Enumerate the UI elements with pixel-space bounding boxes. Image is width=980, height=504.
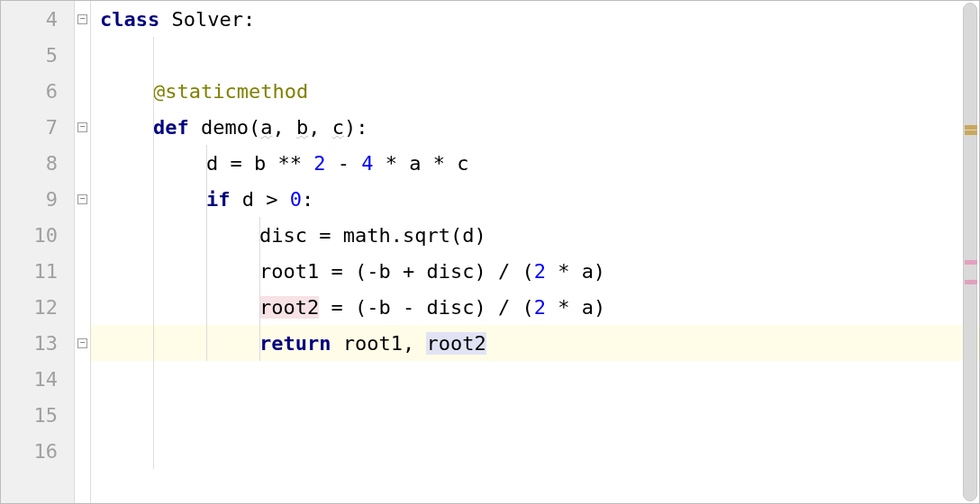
highlight-marker[interactable] — [965, 280, 977, 284]
code-token: Solver: — [171, 8, 255, 31]
code-line[interactable] — [91, 37, 979, 73]
code-token: = (-b - disc) / ( — [319, 296, 533, 319]
fold-cell — [75, 289, 90, 325]
code-token: , — [272, 116, 296, 139]
code-token: c — [332, 116, 344, 139]
fold-cell — [75, 433, 90, 469]
fold-cell — [75, 325, 90, 361]
fold-open-icon[interactable] — [77, 122, 87, 132]
line-number: 5 — [1, 37, 74, 73]
line-number: 10 — [1, 217, 74, 253]
code-token: def — [153, 116, 201, 139]
code-token: disc = math.sqrt(d) — [259, 224, 486, 247]
code-token: if — [206, 188, 242, 211]
fold-cell — [75, 397, 90, 433]
warning-marker[interactable] — [965, 125, 977, 130]
line-number: 13 — [1, 325, 74, 361]
line-number: 15 — [1, 397, 74, 433]
line-number: 8 — [1, 145, 74, 181]
code-token: class — [100, 8, 171, 31]
code-token: - — [325, 152, 361, 175]
code-token: 4 — [361, 152, 373, 175]
code-editor: 45678910111213141516 class Solver:@stati… — [1, 1, 979, 503]
code-token: root2 — [426, 332, 485, 355]
scrollbar-track[interactable] — [963, 3, 977, 501]
code-token: root1, — [343, 332, 427, 355]
code-token: a — [260, 116, 272, 139]
code-token: d > — [242, 188, 290, 211]
code-line[interactable]: class Solver: — [91, 1, 979, 37]
code-token: , — [308, 116, 332, 139]
code-line[interactable] — [91, 433, 979, 469]
code-token: d = b ** — [206, 152, 313, 175]
fold-cell — [75, 73, 90, 109]
code-token: : — [302, 188, 313, 211]
code-token: demo — [201, 116, 249, 139]
fold-strip — [75, 1, 91, 503]
code-token: b — [296, 116, 308, 139]
line-number: 12 — [1, 289, 74, 325]
line-number: 4 — [1, 1, 74, 37]
fold-cell — [75, 109, 90, 145]
code-line[interactable]: d = b ** 2 - 4 * a * c — [91, 145, 979, 181]
code-token: 2 — [313, 152, 325, 175]
highlight-marker[interactable] — [965, 260, 977, 265]
code-line[interactable] — [91, 361, 979, 397]
code-line[interactable]: disc = math.sqrt(d) — [91, 217, 979, 253]
fold-cell — [75, 37, 90, 73]
code-token: ( — [249, 116, 260, 139]
code-area[interactable]: class Solver:@staticmethoddef demo(a, b,… — [91, 1, 979, 503]
fold-cell — [75, 253, 90, 289]
code-token: root1 = (-b + disc) / ( — [259, 260, 534, 283]
code-token: * a) — [546, 296, 605, 319]
code-line[interactable]: if d > 0: — [91, 181, 979, 217]
line-number: 6 — [1, 73, 74, 109]
code-token: 2 — [534, 260, 546, 283]
line-number: 16 — [1, 433, 74, 469]
fold-cell — [75, 1, 90, 37]
code-line[interactable]: return root1, root2 — [91, 325, 979, 361]
fold-open-icon[interactable] — [77, 194, 87, 204]
fold-close-icon[interactable] — [77, 338, 87, 348]
code-line[interactable] — [91, 397, 979, 433]
line-number-gutter: 45678910111213141516 — [1, 1, 75, 503]
code-token: @staticmethod — [153, 80, 308, 103]
code-token: 0 — [290, 188, 302, 211]
fold-open-icon[interactable] — [77, 14, 87, 24]
line-number: 14 — [1, 361, 74, 397]
fold-cell — [75, 217, 90, 253]
code-token: return — [259, 332, 343, 355]
warning-marker[interactable] — [965, 130, 977, 135]
line-number: 7 — [1, 109, 74, 145]
code-line[interactable]: @staticmethod — [91, 73, 979, 109]
fold-cell — [75, 181, 90, 217]
fold-cell — [75, 361, 90, 397]
code-token: * a) — [546, 260, 605, 283]
code-line[interactable]: root2 = (-b - disc) / (2 * a) — [91, 289, 979, 325]
code-token: root2 — [259, 296, 319, 319]
code-token: 2 — [534, 296, 546, 319]
fold-cell — [75, 145, 90, 181]
line-number: 11 — [1, 253, 74, 289]
code-token: * a * c — [373, 152, 468, 175]
code-line[interactable]: def demo(a, b, c): — [91, 109, 979, 145]
scrollbar-thumb[interactable] — [963, 3, 977, 501]
code-token: ): — [344, 116, 368, 139]
code-line[interactable]: root1 = (-b + disc) / (2 * a) — [91, 253, 979, 289]
line-number: 9 — [1, 181, 74, 217]
